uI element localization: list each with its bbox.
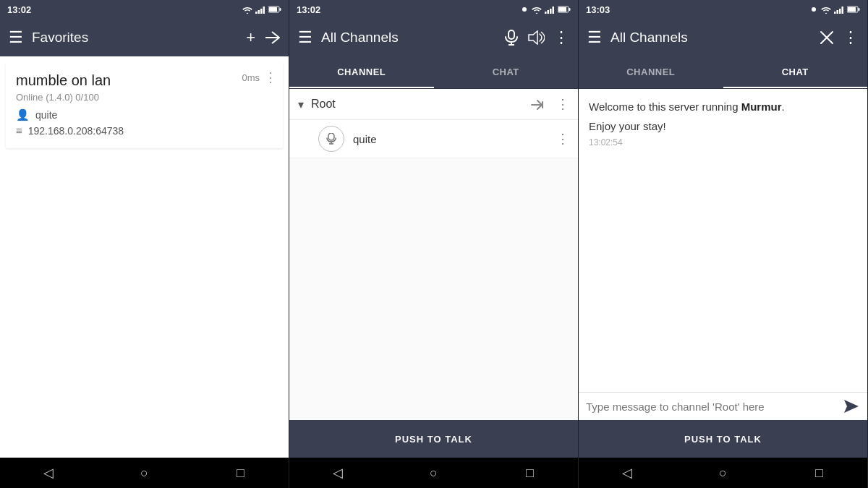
user-microphone-icon <box>326 133 336 145</box>
more-button-3[interactable]: ⋮ <box>843 28 859 47</box>
home-button-1[interactable]: ○ <box>130 458 159 487</box>
tab-bar-3: CHANNEL CHAT <box>579 56 867 89</box>
svg-rect-24 <box>834 12 836 14</box>
mic-toolbar-icon[interactable] <box>504 30 519 46</box>
toolbar-2: ☰ All Channels ⋮ <box>289 19 578 56</box>
wifi-icon-1 <box>242 6 252 14</box>
battery-icon-2 <box>558 6 571 13</box>
status-icons-1 <box>242 6 281 14</box>
join-channel-icon <box>530 99 545 111</box>
battery-icon-3 <box>847 6 860 13</box>
home-button-3[interactable]: ○ <box>709 458 738 487</box>
back-button-3[interactable]: ◁ <box>613 458 642 487</box>
signal-icon-3 <box>834 6 844 14</box>
user-more-icon[interactable]: ⋮ <box>556 131 569 147</box>
chat-text-bold: Murmur <box>741 100 782 113</box>
address-icon: ≡ <box>16 124 22 137</box>
close-icon-3 <box>820 30 834 45</box>
svg-rect-0 <box>255 12 258 14</box>
wifi-icon-3 <box>821 6 831 14</box>
recents-button-2[interactable]: □ <box>516 458 545 487</box>
channel-more-icon[interactable]: ⋮ <box>556 96 569 112</box>
add-button-1[interactable]: + <box>246 28 255 47</box>
user-mic-icon <box>318 126 344 152</box>
chat-input[interactable] <box>586 401 837 413</box>
status-time-1: 13:02 <box>7 4 31 15</box>
push-to-talk-3[interactable]: PUSH TO TALK <box>579 420 867 458</box>
chat-message-text: Welcome to this server running Murmur. <box>589 99 857 116</box>
forward-icon-1 <box>264 31 280 44</box>
microphone-icon <box>504 30 519 46</box>
menu-button-2[interactable]: ☰ <box>298 28 312 47</box>
send-button[interactable] <box>843 398 860 414</box>
tab-channel-2[interactable]: CHANNEL <box>289 56 434 88</box>
svg-point-23 <box>812 7 816 12</box>
menu-button-1[interactable]: ☰ <box>9 28 23 47</box>
status-time-2: 13:02 <box>297 4 320 15</box>
close-button-3[interactable] <box>820 30 834 45</box>
channel-list: ▾ Root ⋮ quite ⋮ <box>289 89 578 420</box>
svg-point-8 <box>522 7 527 12</box>
back-button-2[interactable]: ◁ <box>323 458 352 487</box>
svg-rect-9 <box>545 12 547 14</box>
screen-title-2: All Channels <box>321 30 495 46</box>
tab-chat-2[interactable]: CHAT <box>434 56 579 88</box>
tab-bar-2: CHANNEL CHAT <box>289 56 578 89</box>
svg-marker-19 <box>529 31 537 44</box>
status-icons-3 <box>809 6 860 14</box>
nav-bar-3: ◁ ○ □ <box>579 458 867 488</box>
server-more-button[interactable]: ⋮ <box>264 69 277 85</box>
svg-rect-3 <box>263 7 265 14</box>
svg-rect-27 <box>842 7 844 14</box>
back-button-1[interactable]: ◁ <box>34 458 63 487</box>
svg-rect-29 <box>848 7 856 12</box>
server-user: quite <box>35 109 57 121</box>
server-card[interactable]: mumble on lan Online (1.4.0) 0/100 0ms ⋮… <box>6 62 283 148</box>
chat-input-area <box>579 392 867 420</box>
status-bar-1: 13:02 <box>0 0 289 19</box>
volume-toolbar-icon[interactable] <box>527 30 545 45</box>
channel-root-row: ▾ Root ⋮ <box>289 89 578 120</box>
status-icons-2 <box>520 6 571 14</box>
user-name-quite: quite <box>353 133 543 145</box>
dot-icon-2 <box>520 6 529 13</box>
svg-rect-5 <box>269 7 277 12</box>
svg-rect-6 <box>280 8 281 11</box>
recents-button-3[interactable]: □ <box>805 458 834 487</box>
toolbar-1: ☰ Favorites + <box>0 19 289 56</box>
svg-rect-11 <box>550 9 552 14</box>
nav-bar-1: ◁ ○ □ <box>0 458 289 488</box>
svg-rect-12 <box>553 7 555 14</box>
nav-bar-2: ◁ ○ □ <box>289 458 578 488</box>
menu-button-3[interactable]: ☰ <box>587 28 602 47</box>
forward-button-1[interactable] <box>264 31 280 44</box>
screen-channels: 13:02 ☰ All Chann <box>289 0 579 488</box>
chat-text-part1: Welcome to this server running <box>589 100 741 113</box>
more-button-2[interactable]: ⋮ <box>553 28 569 47</box>
toolbar-3: ☰ All Channels ⋮ <box>579 19 867 56</box>
server-user-row: 👤 quite <box>16 108 273 121</box>
tab-chat-3[interactable]: CHAT <box>723 56 868 88</box>
svg-rect-2 <box>260 9 263 14</box>
user-quite-row: quite ⋮ <box>289 120 578 158</box>
channel-join-icon[interactable] <box>530 97 545 112</box>
channel-expand-icon[interactable]: ▾ <box>298 98 304 111</box>
svg-rect-16 <box>509 30 514 39</box>
status-bar-2: 13:02 <box>289 0 578 19</box>
home-button-2[interactable]: ○ <box>420 458 448 487</box>
send-icon <box>843 398 860 414</box>
battery-icon-1 <box>268 6 281 13</box>
server-ping: 0ms <box>242 72 260 83</box>
chat-message-line2: Enjoy your stay! <box>589 119 857 135</box>
signal-icon-2 <box>545 6 555 14</box>
server-name: mumble on lan <box>16 72 273 89</box>
screen-chat: 13:03 ☰ All Chann <box>579 0 868 488</box>
tab-channel-3[interactable]: CHANNEL <box>579 56 723 88</box>
server-address: 192.168.0.208:64738 <box>28 125 124 137</box>
push-to-talk-2[interactable]: PUSH TO TALK <box>289 420 578 458</box>
status-bar-3: 13:03 <box>579 0 867 19</box>
svg-marker-33 <box>844 400 859 413</box>
screen-title-1: Favorites <box>32 30 237 46</box>
recents-button-1[interactable]: □ <box>226 458 255 487</box>
chat-message-1: Welcome to this server running Murmur. E… <box>589 99 857 147</box>
